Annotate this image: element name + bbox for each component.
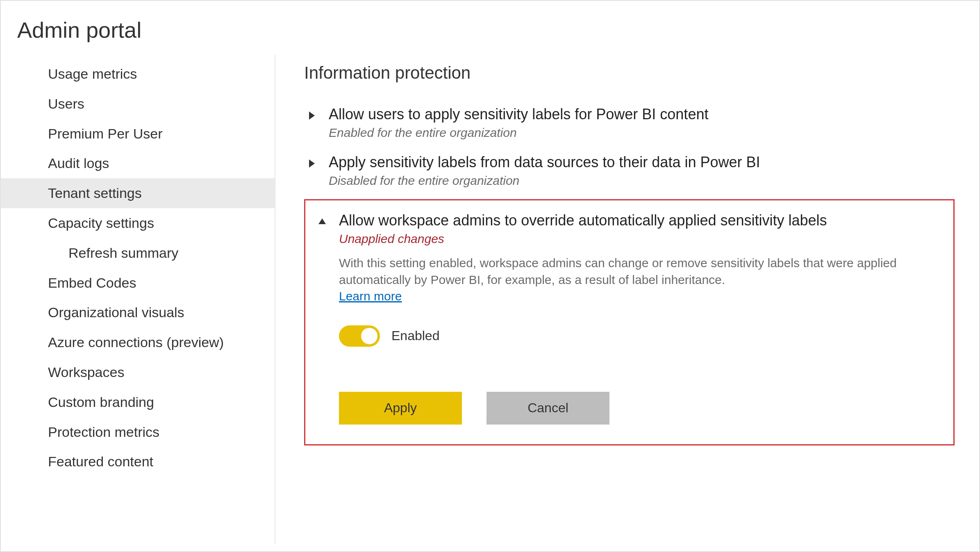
button-row: Apply Cancel	[339, 392, 941, 425]
sidebar-item-usage-metrics[interactable]: Usage metrics	[1, 59, 275, 89]
setting-body: Apply sensitivity labels from data sourc…	[329, 153, 955, 188]
sidebar-item-organizational-visuals[interactable]: Organizational visuals	[1, 298, 275, 327]
setting-apply-labels[interactable]: Allow users to apply sensitivity labels …	[304, 99, 955, 147]
toggle-label: Enabled	[391, 328, 439, 343]
setting-title: Allow workspace admins to override autom…	[339, 211, 941, 229]
cancel-button[interactable]: Cancel	[487, 392, 609, 425]
sidebar-item-capacity-settings[interactable]: Capacity settings	[1, 208, 275, 238]
setting-apply-from-sources[interactable]: Apply sensitivity labels from data sourc…	[304, 147, 955, 195]
sidebar-item-refresh-summary[interactable]: Refresh summary	[1, 238, 275, 268]
setting-status: Enabled for the entire organization	[329, 126, 955, 140]
sidebar-item-users[interactable]: Users	[1, 89, 275, 119]
chevron-right-icon	[307, 111, 316, 120]
setting-override-labels-highlight: Allow workspace admins to override autom…	[304, 199, 955, 445]
page-title: Admin portal	[1, 1, 979, 55]
setting-title: Apply sensitivity labels from data sourc…	[329, 153, 955, 171]
sidebar-item-tenant-settings[interactable]: Tenant settings	[1, 178, 275, 208]
sidebar: Usage metrics Users Premium Per User Aud…	[1, 55, 275, 544]
setting-status: Disabled for the entire organization	[329, 174, 955, 188]
enabled-toggle[interactable]	[339, 325, 380, 347]
svg-marker-0	[309, 111, 315, 120]
setting-body: Allow workspace admins to override autom…	[339, 211, 941, 425]
admin-portal-frame: Admin portal Usage metrics Users Premium…	[0, 0, 980, 552]
sidebar-item-audit-logs[interactable]: Audit logs	[1, 148, 275, 178]
setting-title: Allow users to apply sensitivity labels …	[329, 105, 955, 123]
sidebar-item-featured-content[interactable]: Featured content	[1, 447, 275, 477]
sidebar-item-azure-connections[interactable]: Azure connections (preview)	[1, 327, 275, 357]
content-layout: Usage metrics Users Premium Per User Aud…	[1, 55, 979, 544]
learn-more-link[interactable]: Learn more	[339, 289, 402, 303]
sidebar-item-protection-metrics[interactable]: Protection metrics	[1, 417, 275, 447]
toggle-knob	[361, 328, 377, 344]
setting-body: Allow users to apply sensitivity labels …	[329, 105, 955, 140]
svg-marker-2	[318, 218, 326, 224]
apply-button[interactable]: Apply	[339, 392, 462, 425]
sidebar-item-embed-codes[interactable]: Embed Codes	[1, 268, 275, 298]
sidebar-item-workspaces[interactable]: Workspaces	[1, 357, 275, 387]
toggle-row: Enabled	[339, 325, 941, 347]
setting-description: With this setting enabled, workspace adm…	[339, 255, 905, 305]
chevron-right-icon	[307, 159, 316, 168]
setting-description-text: With this setting enabled, workspace adm…	[339, 256, 897, 286]
chevron-up-icon	[318, 217, 327, 226]
setting-status-unapplied: Unapplied changes	[339, 232, 941, 246]
svg-marker-1	[309, 159, 315, 168]
sidebar-item-premium-per-user[interactable]: Premium Per User	[1, 119, 275, 149]
sidebar-item-custom-branding[interactable]: Custom branding	[1, 387, 275, 417]
section-heading: Information protection	[304, 63, 955, 83]
main-panel: Information protection Allow users to ap…	[275, 55, 979, 544]
setting-override-labels[interactable]: Allow workspace admins to override autom…	[314, 209, 941, 425]
